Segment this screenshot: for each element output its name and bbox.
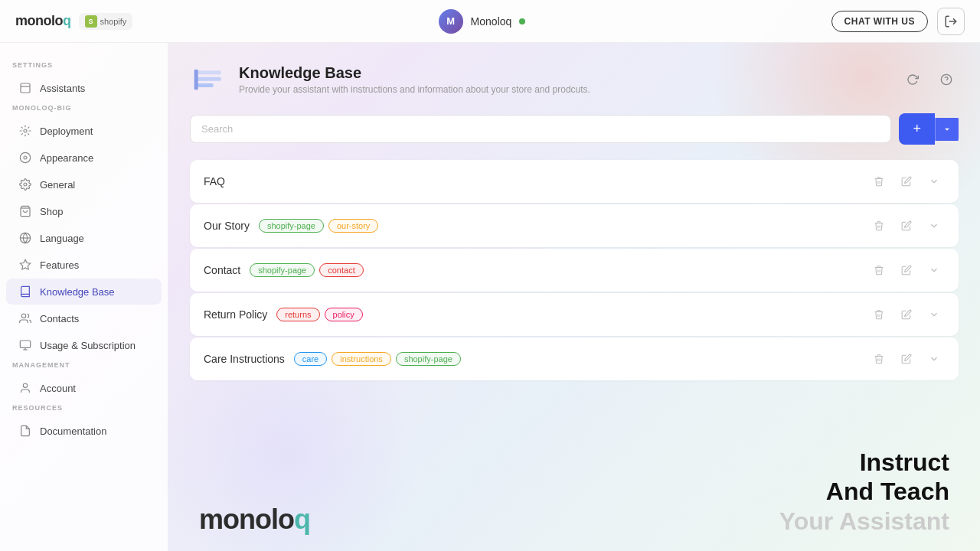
tag-our-story: our-story — [328, 219, 378, 233]
assistants-icon — [18, 81, 32, 95]
care-instructions-delete-button[interactable] — [868, 348, 890, 370]
settings-section-label: SETTINGS — [0, 61, 168, 69]
avatar: M — [439, 9, 463, 34]
our-story-edit-button[interactable] — [896, 215, 917, 236]
kb-item-our-story: Our Story shopify-page our-story — [190, 204, 959, 247]
shopify-label: shopify — [100, 17, 127, 26]
kb-item-faq-actions — [868, 171, 945, 192]
svg-rect-19 — [194, 70, 198, 90]
tag-policy: policy — [325, 308, 363, 321]
refresh-button[interactable] — [900, 67, 925, 92]
sidebar-item-account[interactable]: Account — [6, 375, 162, 401]
kb-header-left: Knowledge Base Provide your assistant wi… — [190, 61, 590, 98]
shop-icon — [18, 204, 32, 218]
user-name: Monoloq — [471, 15, 512, 28]
documentation-icon — [18, 424, 32, 438]
appearance-icon — [18, 151, 32, 165]
add-dropdown-button[interactable] — [935, 118, 959, 141]
header-center: M Monoloq — [439, 9, 526, 34]
kb-item-our-story-left: Our Story shopify-page our-story — [204, 219, 378, 233]
sidebar-item-contacts[interactable]: Contacts — [6, 305, 162, 331]
kb-item-contact: Contact shopify-page contact — [190, 249, 959, 292]
sidebar-account-label: Account — [40, 383, 76, 394]
chat-with-us-button[interactable]: CHAT WITH US — [831, 11, 928, 32]
kb-item-faq-name: FAQ — [204, 175, 225, 187]
kb-title: Knowledge Base — [239, 64, 590, 82]
sidebar-item-usage[interactable]: Usage & Subscription — [6, 332, 162, 358]
kb-item-return-policy-name: Return Policy — [204, 308, 267, 321]
tag-shopify-page-2: shopify-page — [250, 263, 315, 277]
sidebar-item-knowledge-base[interactable]: Knowledge Base — [6, 279, 162, 305]
sidebar-item-assistants[interactable]: Assistants — [6, 75, 162, 101]
care-instructions-edit-button[interactable] — [896, 348, 917, 370]
return-policy-expand-button[interactable] — [923, 304, 945, 325]
care-instructions-tags: care instructions shopify-page — [294, 352, 461, 366]
svg-point-6 — [24, 183, 27, 186]
svg-marker-10 — [20, 259, 30, 269]
tag-returns: returns — [276, 308, 319, 321]
sidebar-language-label: Language — [40, 233, 84, 244]
contact-delete-button[interactable] — [868, 259, 890, 281]
sidebar-item-general[interactable]: General — [6, 171, 162, 197]
tag-instructions: instructions — [332, 352, 391, 366]
our-story-expand-button[interactable] — [923, 215, 945, 236]
header-right: CHAT WITH US — [831, 8, 965, 35]
header: monoloq S shopify M Monoloq CHAT WITH US — [0, 0, 980, 43]
shopify-badge: S shopify — [79, 13, 133, 30]
tag-care: care — [294, 352, 327, 366]
resources-section-label: RESOURCES — [0, 404, 168, 412]
sidebar-item-features[interactable]: Features — [6, 252, 162, 278]
svg-point-15 — [23, 383, 27, 387]
features-icon — [18, 258, 32, 272]
faq-delete-button[interactable] — [868, 171, 890, 192]
bottom-right-text: Instruct And Teach Your Assistant — [779, 448, 949, 536]
sidebar-deployment-label: Deployment — [40, 126, 93, 137]
add-button-group: + — [899, 113, 959, 145]
kb-item-faq: FAQ — [190, 160, 959, 203]
deployment-icon — [18, 124, 32, 138]
kb-title-block: Knowledge Base Provide your assistant wi… — [239, 64, 590, 95]
tag-shopify-page-3: shopify-page — [396, 352, 461, 366]
kb-icon — [190, 61, 227, 98]
kb-item-our-story-actions — [868, 215, 945, 236]
sidebar-appearance-label: Appearance — [40, 152, 93, 164]
kb-item-contact-actions — [868, 259, 945, 281]
contact-tags: shopify-page contact — [250, 263, 363, 277]
contact-expand-button[interactable] — [923, 259, 945, 281]
sidebar-item-appearance[interactable]: Appearance — [6, 145, 162, 171]
svg-rect-18 — [195, 83, 213, 87]
return-policy-edit-button[interactable] — [896, 304, 917, 325]
kb-item-faq-left: FAQ — [204, 175, 225, 187]
sidebar-item-deployment[interactable]: Deployment — [6, 118, 162, 144]
kb-item-care-instructions-left: Care Instructions care instructions shop… — [204, 352, 461, 366]
kb-item-return-policy: Return Policy returns policy — [190, 293, 959, 336]
management-section-label: MANAGEMENT — [0, 361, 168, 369]
sidebar-assistants-label: Assistants — [40, 83, 85, 94]
logout-button[interactable] — [937, 8, 965, 35]
shopify-icon: S — [85, 15, 97, 28]
faq-expand-button[interactable] — [923, 171, 945, 192]
sidebar-item-shop[interactable]: Shop — [6, 198, 162, 224]
our-story-delete-button[interactable] — [868, 215, 890, 236]
help-button[interactable] — [934, 67, 959, 92]
search-input-wrap — [190, 115, 891, 143]
general-icon — [18, 178, 32, 191]
contact-edit-button[interactable] — [896, 259, 917, 281]
sidebar-item-documentation[interactable]: Documentation — [6, 418, 162, 444]
sidebar-documentation-label: Documentation — [40, 425, 106, 437]
svg-rect-17 — [195, 77, 220, 81]
monoloq-big-section-label: MONOLOQ-BIG — [0, 104, 168, 112]
kb-item-care-instructions: Care Instructions care instructions shop… — [190, 337, 959, 380]
knowledge-base-icon — [18, 285, 32, 298]
svg-point-5 — [24, 156, 27, 159]
sidebar-usage-label: Usage & Subscription — [40, 340, 136, 351]
add-button[interactable]: + — [899, 113, 935, 145]
sidebar-item-language[interactable]: Language — [6, 225, 162, 251]
search-input[interactable] — [190, 115, 891, 143]
care-instructions-expand-button[interactable] — [923, 348, 945, 370]
return-policy-delete-button[interactable] — [868, 304, 890, 325]
language-icon — [18, 231, 32, 245]
tagline-line3: Your Assistant — [779, 507, 949, 536]
sidebar-features-label: Features — [40, 259, 79, 271]
faq-edit-button[interactable] — [896, 171, 917, 192]
